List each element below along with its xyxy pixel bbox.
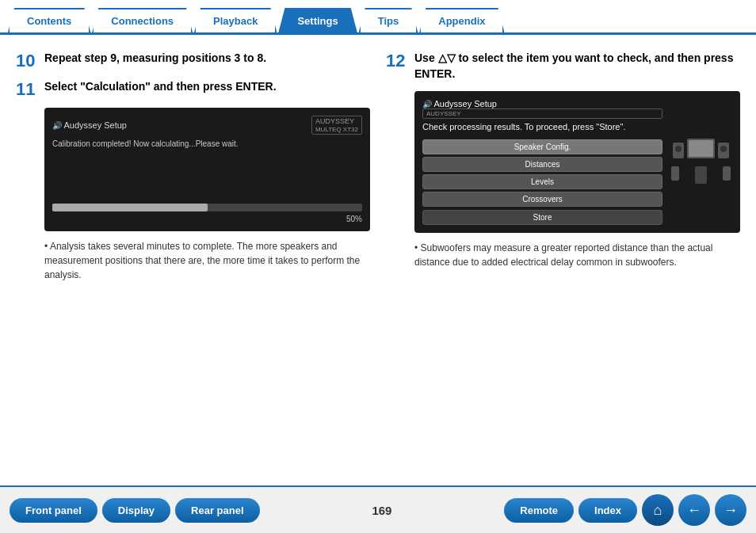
step-12-note: Subwoofers may measure a greater reporte… [414, 241, 740, 269]
screen11-header: 🔊 Audyssey Setup [52, 120, 127, 130]
page-number: 169 [265, 504, 500, 517]
rear-panel-button[interactable]: Rear panel [175, 498, 259, 523]
svg-rect-1 [689, 140, 713, 157]
forward-button[interactable]: → [715, 494, 746, 526]
speaker-system-svg [671, 127, 731, 198]
bottom-nav: Front panel Display Rear panel 169 Remot… [0, 485, 756, 533]
forward-arrow-icon: → [724, 502, 738, 519]
progress-bar [52, 204, 362, 211]
home-icon: ⌂ [654, 502, 662, 519]
screen12-logo: AUDYSSEY [422, 109, 662, 119]
step-10-number: 10 [16, 52, 44, 70]
home-button[interactable]: ⌂ [642, 494, 674, 526]
tab-tips[interactable]: Tips [359, 8, 418, 32]
screen11-subtitle: Calibration completed! Now calculating..… [52, 139, 362, 148]
svg-rect-7 [723, 166, 731, 181]
screen12-header: 🔊 Audyssey Setup [422, 99, 662, 109]
front-panel-button[interactable]: Front panel [10, 498, 97, 523]
progress-label: 50% [52, 215, 362, 223]
main-content: 10 Repeat step 9, measuring positions 3 … [0, 35, 756, 290]
svg-point-5 [720, 146, 727, 152]
menu-item-crossovers: Crossovers [422, 192, 662, 207]
step-12-number: 12 [386, 52, 414, 70]
step-11-text: Select "Calculation" and then press ENTE… [44, 79, 277, 95]
svg-rect-8 [695, 166, 707, 184]
screen12-subtitle: Check processing results. To proceed, pr… [422, 122, 662, 131]
back-arrow-icon: ← [687, 502, 701, 519]
step-11-screen: 🔊 Audyssey Setup AUDYSSEYMULTEQ XT32 Cal… [44, 108, 370, 231]
back-button[interactable]: ← [678, 494, 710, 526]
left-column: 10 Repeat step 9, measuring positions 3 … [16, 51, 370, 282]
menu-item-speaker-config: Speaker Config. [422, 139, 662, 154]
tab-appendix[interactable]: Appendix [419, 8, 504, 32]
progress-bar-fill [52, 204, 208, 211]
step-12-text: Use △▽ to select the item you want to ch… [414, 51, 740, 82]
svg-point-3 [675, 146, 682, 152]
right-column: 12 Use △▽ to select the item you want to… [386, 51, 740, 282]
index-button[interactable]: Index [578, 498, 637, 523]
svg-rect-6 [671, 166, 679, 181]
screen11-logo: AUDYSSEYMULTEQ XT32 [311, 116, 362, 135]
tab-playback[interactable]: Playback [194, 8, 277, 32]
step-12-row: 12 Use △▽ to select the item you want to… [386, 51, 740, 82]
display-button[interactable]: Display [102, 498, 170, 523]
tab-settings[interactable]: Settings [278, 8, 357, 32]
menu-item-distances: Distances [422, 157, 662, 172]
step-11-note: Analysis takes several minutes to comple… [44, 239, 370, 282]
nav-tabs: Contents Connections Playback Settings T… [0, 0, 756, 35]
step-10-row: 10 Repeat step 9, measuring positions 3 … [16, 51, 370, 70]
remote-button[interactable]: Remote [504, 498, 574, 523]
step-12-screen: 🔊 Audyssey Setup AUDYSSEY Check processi… [414, 91, 740, 233]
tab-contents[interactable]: Contents [8, 8, 90, 32]
menu-item-levels: Levels [422, 174, 662, 189]
store-button-screen: Store [422, 210, 662, 225]
step-10-text: Repeat step 9, measuring positions 3 to … [44, 51, 266, 67]
screen12-right-graphic [669, 99, 732, 225]
tab-connections[interactable]: Connections [92, 8, 193, 32]
step-11-number: 11 [16, 81, 44, 98]
step-11-row: 11 Select "Calculation" and then press E… [16, 79, 370, 98]
screen12-left: 🔊 Audyssey Setup AUDYSSEY Check processi… [422, 99, 662, 225]
